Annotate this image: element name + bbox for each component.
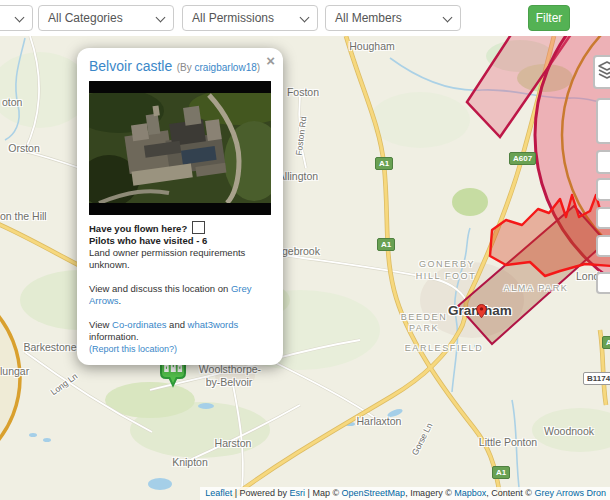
- members-dropdown[interactable]: All Members: [325, 5, 461, 31]
- attribution-link[interactable]: OpenStreetMap: [342, 488, 406, 498]
- attribution-text: | Powered by: [232, 488, 289, 498]
- permission-line: Land owner permission requirements unkno…: [89, 247, 271, 271]
- side-panel-button[interactable]: [596, 150, 610, 174]
- country-dropdown[interactable]: [0, 5, 33, 31]
- attribution-link[interactable]: Leaflet: [205, 488, 232, 498]
- info-line: View Co-ordinates and what3words informa…: [89, 319, 271, 343]
- members-dropdown-value: All Members: [335, 11, 402, 25]
- flown-checkbox[interactable]: [192, 221, 205, 234]
- discuss-line: View and discuss this location on Grey A…: [89, 283, 271, 307]
- by-prefix: (By: [177, 62, 195, 73]
- side-panel-button[interactable]: [596, 98, 610, 144]
- restriction-ring-yellow: [0, 278, 20, 478]
- grantham-pin-icon[interactable]: [476, 304, 487, 319]
- chevron-down-icon: [300, 13, 310, 23]
- side-panel-button[interactable]: [596, 235, 610, 257]
- castle-aerial-photo: [89, 81, 271, 215]
- side-panel-button[interactable]: [596, 178, 610, 201]
- permissions-dropdown-value: All Permissions: [192, 11, 274, 25]
- chevron-down-icon: [443, 13, 453, 23]
- chevron-down-icon: [15, 13, 25, 23]
- attribution-link[interactable]: Esri: [290, 488, 306, 498]
- what3words-link[interactable]: what3words: [188, 319, 239, 330]
- layers-control[interactable]: [593, 55, 610, 89]
- attribution-text: | Map ©: [305, 488, 341, 498]
- author-link[interactable]: craigbarlow18: [195, 62, 257, 73]
- attribution-link[interactable]: Grey Arrows Dron: [534, 488, 606, 498]
- attribution-link[interactable]: Mapbox: [454, 488, 486, 498]
- popup-title: Belvoir castle: [89, 58, 172, 74]
- by-suffix: ): [257, 62, 260, 73]
- filter-bar: All Categories All Permissions All Membe…: [0, 0, 610, 36]
- pilots-count-line: Pilots who have visited - 6: [89, 235, 271, 247]
- map-attribution: Leaflet | Powered by Esri | Map © OpenSt…: [200, 487, 610, 500]
- side-panel-button[interactable]: [596, 272, 610, 294]
- report-location-link[interactable]: (Report this location?): [89, 344, 177, 354]
- attribution-text: , Imagery ©: [405, 488, 454, 498]
- grey-arrows-map-app: All Categories All Permissions All Membe…: [0, 0, 610, 500]
- side-panel-button[interactable]: [596, 207, 610, 229]
- flown-question: Have you flown here?: [89, 223, 187, 234]
- close-icon[interactable]: ×: [266, 54, 275, 68]
- chevron-down-icon: [156, 13, 166, 23]
- filter-button[interactable]: Filter: [528, 5, 570, 31]
- attribution-text: , Content ©: [486, 488, 534, 498]
- layers-icon: [598, 61, 610, 81]
- categories-dropdown-value: All Categories: [48, 11, 123, 25]
- permissions-dropdown[interactable]: All Permissions: [182, 5, 318, 31]
- coordinates-link[interactable]: Co-ordinates: [112, 319, 166, 330]
- location-popup: Belvoir castle (By craigbarlow18) ×: [77, 48, 283, 365]
- categories-dropdown[interactable]: All Categories: [38, 5, 174, 31]
